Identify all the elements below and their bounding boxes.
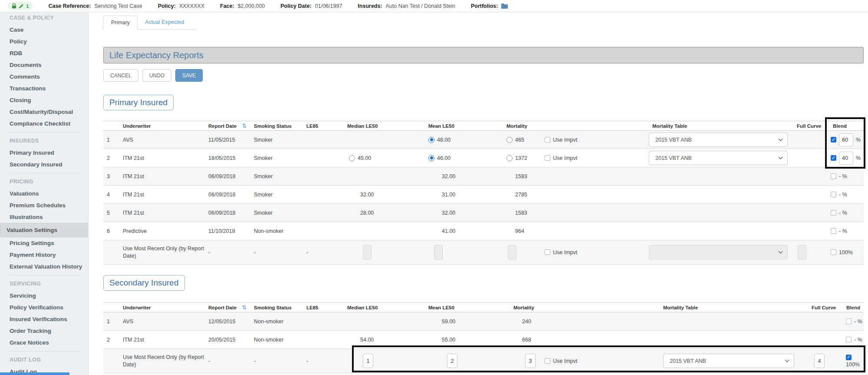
cell-blend: - % (827, 192, 864, 198)
cell-underwriter: ITM 21st (123, 155, 208, 161)
cancel-button[interactable]: CANCEL (103, 69, 138, 82)
sidebar-item-label: Illustrations (10, 211, 43, 223)
mean-le50-radio[interactable] (428, 155, 434, 161)
mortality-table-select[interactable]: 2015 VBT ANB (663, 354, 794, 368)
cell-report-date: 11/05/2015 (208, 137, 254, 143)
sidebar-item-payment-history[interactable]: Payment History (0, 249, 88, 261)
use-impvt-checkbox[interactable] (545, 249, 550, 255)
sidebar-item-premium-schedules[interactable]: Premium Schedules (0, 199, 88, 211)
selected-option-text: 2015 VBT ANB (655, 155, 692, 161)
blend-checkbox[interactable] (831, 192, 836, 197)
blend-checkbox[interactable] (831, 210, 836, 216)
median-le50-input[interactable] (363, 245, 372, 260)
cell-report-date: 12/05/2015 (208, 319, 254, 325)
use-most-recent-row: Use Most Recent Only (by Report Date)---… (103, 240, 864, 265)
field-portfolios: Portfolios: (471, 3, 508, 9)
primary-insured-heading: Primary Insured (103, 95, 174, 110)
cell-text: Non-smoker (254, 228, 283, 234)
mortality-value: 240 (522, 319, 531, 325)
sidebar-item-policy[interactable]: Policy (0, 36, 88, 47)
sidebar-item-case[interactable]: Case (0, 24, 88, 36)
mortality-table-select[interactable]: 2015 VBT ANB (649, 133, 788, 147)
undo-button[interactable]: UNDO (142, 69, 171, 82)
tab-actual-expected[interactable]: Actual Expected (138, 16, 196, 30)
mean-le50-radio[interactable] (428, 137, 434, 143)
blend-checkbox[interactable] (831, 155, 836, 161)
blend-checkbox[interactable] (846, 337, 852, 342)
report-date-sort-icon[interactable]: ⇅ (242, 304, 247, 311)
sidebar-item-label: Primary Insured (10, 147, 54, 159)
blend-checkbox[interactable] (831, 173, 836, 179)
cell-mean: 31.00 (427, 192, 506, 198)
sidebar-item-compliance-checklist[interactable]: Compliance Checklist (0, 118, 88, 129)
col-header-mortality-table: Mortality Table (649, 305, 794, 310)
blend-checkbox[interactable] (846, 319, 852, 324)
full-curve-input[interactable]: 4 (814, 354, 825, 368)
mortality-table-select[interactable] (649, 245, 788, 259)
col-header-smoking-status: Smoking Status (254, 123, 306, 129)
mortality-radio[interactable] (506, 155, 513, 161)
use-impvt-checkbox[interactable] (545, 358, 550, 364)
sidebar-item-valuation-settings[interactable]: Valuation Settings (0, 223, 89, 237)
sidebar-item-pricing-settings[interactable]: Pricing Settings (0, 237, 88, 249)
cell-num: 5 (103, 210, 123, 216)
median-le50-radio[interactable] (349, 155, 355, 161)
sidebar-item-illustrations[interactable]: Illustrations (0, 211, 88, 223)
sidebar-item-primary-insured[interactable]: Primary Insured (0, 147, 88, 159)
median-le50-input[interactable]: 1 (363, 354, 373, 368)
col-header-report-date: Report Date⇅ (208, 123, 254, 129)
tab-bar: Primary Actual Expected (103, 16, 868, 30)
sidebar-item-grace-notices[interactable]: Grace Notices (0, 337, 88, 348)
save-button[interactable]: SAVE (175, 69, 203, 82)
blend-checkbox[interactable] (831, 249, 836, 255)
cell-underwriter: Use Most Recent Only (by Report Date) (123, 354, 208, 368)
sidebar-item-external-valuation-history[interactable]: External Valuation History (0, 261, 88, 272)
sidebar-item-documents[interactable]: Documents (0, 59, 88, 71)
sidebar-item-order-tracking[interactable]: Order Tracking (0, 325, 88, 337)
sidebar-item-valuations[interactable]: Valuations (0, 188, 88, 199)
cell-le85: - (306, 358, 347, 364)
report-date-sort-icon[interactable]: ⇅ (242, 123, 247, 129)
sidebar-item-cost-maturity-disposal[interactable]: Cost/Maturity/Disposal (0, 106, 88, 118)
cell-mortality (506, 245, 545, 260)
sidebar-item-policy-verifications[interactable]: Policy Verifications (0, 302, 88, 313)
case-status-badge[interactable]: 1 (8, 2, 33, 10)
mortality-radio[interactable] (506, 137, 513, 143)
mortality-table-select[interactable]: 2015 VBT ANB (649, 151, 788, 165)
blend-checkbox[interactable] (846, 355, 852, 360)
folder-icon[interactable] (501, 3, 508, 9)
col-header-le85: LE85 (306, 123, 347, 129)
blend-percent-input[interactable]: 40 (839, 152, 853, 165)
blend-checkbox[interactable] (831, 137, 836, 143)
blend-checkbox[interactable] (831, 228, 836, 234)
sidebar-item-comments[interactable]: Comments (0, 71, 88, 83)
use-impvt-checkbox[interactable] (545, 155, 550, 161)
cell-text: 11/10/2018 (208, 228, 235, 234)
cell-text: Smoker (254, 155, 273, 161)
full-curve-input[interactable] (798, 245, 806, 260)
sidebar-scrollbar[interactable] (0, 372, 69, 375)
mortality-input[interactable]: 3 (525, 354, 536, 368)
sidebar-item-label: Pricing Settings (10, 237, 54, 249)
cell-smoking: Smoker (254, 137, 306, 143)
badge-count: 1 (26, 3, 29, 9)
sidebar-item-secondary-insured[interactable]: Secondary Insured (0, 159, 88, 170)
mean-le50-input[interactable]: 2 (447, 354, 457, 368)
cell-smoking: Smoker (254, 192, 306, 198)
sidebar: CASE & POLICYCasePolicyRDBDocumentsComme… (0, 12, 89, 375)
blend-percent-input[interactable]: 60 (839, 133, 853, 146)
cell-num: 6 (103, 228, 123, 234)
sidebar-item-rdb[interactable]: RDB (0, 47, 88, 59)
sidebar-item-transactions[interactable]: Transactions (0, 83, 88, 94)
mortality-input[interactable] (508, 245, 516, 260)
sidebar-item-closing[interactable]: Closing (0, 94, 88, 106)
cell-mortality-table: 2015 VBT ANB (649, 133, 794, 147)
use-impvt-checkbox[interactable] (545, 137, 550, 143)
sidebar-item-servicing[interactable]: Servicing (0, 290, 88, 302)
table-row: 5ITM 21st06/09/2018Smoker28.0032.001583-… (103, 204, 864, 222)
mean-le50-value: 55.00 (442, 337, 455, 343)
cell-le85: - (306, 249, 347, 256)
tab-primary[interactable]: Primary (103, 16, 138, 30)
sidebar-item-insured-verifications[interactable]: Insured Verifications (0, 313, 88, 325)
mean-le50-input[interactable] (434, 245, 443, 260)
